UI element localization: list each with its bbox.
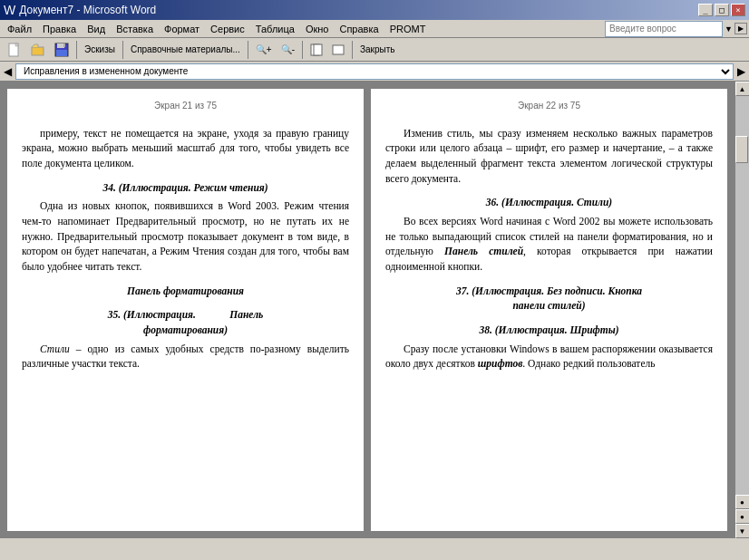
scrollbar[interactable]: ▲ ● ● ▼: [734, 82, 749, 538]
title-bar: W Документ7 - Microsoft Word _ □ ×: [0, 0, 749, 20]
page-1-content: примеру, текст не помещается на экране, …: [22, 126, 349, 521]
scroll-down-button[interactable]: ▼: [735, 524, 750, 538]
menu-table[interactable]: Таблица: [250, 22, 300, 36]
window-title: Документ7 - Microsoft Word: [19, 4, 156, 16]
svg-rect-4: [57, 43, 64, 48]
separator-5: [352, 41, 353, 59]
page1-para-1: примеру, текст не помещается на экране, …: [22, 126, 349, 171]
zoom-in-button[interactable]: 🔍+: [252, 43, 276, 56]
svg-rect-9: [333, 45, 344, 54]
menu-format[interactable]: Формат: [159, 22, 205, 36]
reference-button[interactable]: Справочные материалы...: [127, 43, 244, 56]
svg-rect-5: [63, 43, 65, 47]
page1-para-3: Стили – одно из самых удобных средств по…: [22, 342, 349, 372]
main-area: Экран 21 из 75 примеру, текст не помещае…: [0, 82, 749, 538]
menu-edit[interactable]: Правка: [37, 22, 82, 36]
page1-para-2: Одна из новых кнопок, появившихся в Word…: [22, 198, 349, 274]
minimize-button[interactable]: _: [698, 4, 713, 16]
page1-section-34: 34. (Иллюстрация. Режим чтения): [22, 180, 349, 196]
menu-bar: Файл Правка Вид Вставка Формат Сервис Та…: [0, 20, 749, 38]
page1-section-35: 35. (Иллюстрация. Панельформатирования): [22, 307, 349, 337]
page2-section-36: 36. (Иллюстрация. Стили): [385, 195, 713, 210]
svg-rect-6: [56, 50, 67, 56]
page-1-header: Экран 21 из 75: [22, 100, 349, 117]
save-button[interactable]: [51, 41, 73, 59]
help-go-button[interactable]: ▶: [734, 23, 747, 34]
page-btn-1[interactable]: [306, 42, 326, 58]
separator-3: [248, 41, 248, 59]
scroll-up-button[interactable]: ▲: [735, 82, 750, 96]
separator-4: [302, 41, 303, 59]
scroll-prev-page[interactable]: ●: [735, 495, 750, 509]
maximize-button[interactable]: □: [715, 4, 729, 16]
page-2-content: Изменив стиль, мы сразу изменяем несколь…: [385, 126, 713, 521]
menu-help[interactable]: Справка: [334, 22, 384, 36]
reference-label: Справочные материалы...: [131, 44, 240, 54]
page-left: Экран 21 из 75 примеру, текст не помещае…: [7, 89, 364, 531]
menu-insert[interactable]: Вставка: [111, 22, 159, 36]
help-input[interactable]: [605, 21, 723, 37]
separator-1: [76, 41, 77, 59]
pages-container[interactable]: Экран 21 из 75 примеру, текст не помещае…: [0, 82, 734, 538]
scroll-thumb[interactable]: [735, 136, 748, 163]
scroll-track[interactable]: [735, 96, 750, 495]
left-icon: ◀: [4, 65, 12, 78]
new-button[interactable]: [4, 41, 25, 59]
page2-section-38: 38. (Иллюстрация. Шрифты): [385, 323, 713, 338]
correction-toolbar: ◀ Исправления в измененном документе ▶: [0, 62, 749, 82]
help-search-box: ▼ ▶: [605, 21, 747, 37]
page-right: Экран 22 из 75 Изменив стиль, мы сразу и…: [371, 89, 727, 531]
svg-rect-2: [32, 47, 44, 55]
scroll-bottom-buttons: ● ● ▼: [735, 495, 750, 538]
close-button-toolbar[interactable]: Закрыть: [356, 43, 399, 56]
menu-file[interactable]: Файл: [2, 22, 37, 36]
help-arrow-icon[interactable]: ▼: [725, 24, 733, 34]
menu-view[interactable]: Вид: [82, 22, 111, 36]
open-button[interactable]: [27, 41, 49, 59]
page2-section-37: 37. (Иллюстрация. Без подписи. Кнопкапан…: [385, 284, 713, 314]
zoom-out-button[interactable]: 🔍-: [277, 43, 298, 56]
close-button[interactable]: ×: [731, 4, 745, 16]
page1-section-panel: Панель форматирования: [22, 284, 349, 299]
menu-window[interactable]: Окно: [300, 22, 335, 36]
page2-para-1: Изменив стиль, мы сразу изменяем несколь…: [385, 126, 713, 187]
correction-dropdown[interactable]: Исправления в измененном документе: [15, 63, 734, 80]
separator-2: [122, 41, 123, 59]
app-icon: W: [4, 3, 15, 17]
right-icon: ▶: [737, 65, 745, 78]
svg-rect-1: [15, 43, 18, 46]
thumbnails-button[interactable]: Эскизы: [81, 43, 119, 56]
page-btn-2[interactable]: [328, 42, 348, 58]
toolbar-main: Эскизы Справочные материалы... 🔍+ 🔍- Зак…: [0, 38, 749, 62]
page2-para-2: Во всех версиях Word начиная с Word 2002…: [385, 214, 713, 275]
menu-promt[interactable]: PROMT: [384, 22, 432, 36]
page-2-header: Экран 22 из 75: [385, 100, 713, 117]
svg-rect-8: [314, 44, 322, 55]
close-label: Закрыть: [360, 44, 395, 54]
page2-para-3: Сразу после установки Windows в вашем ра…: [385, 342, 713, 372]
window-controls[interactable]: _ □ ×: [698, 4, 745, 16]
menu-service[interactable]: Сервис: [205, 22, 250, 36]
scroll-next-page[interactable]: ●: [735, 509, 750, 524]
thumbnails-label: Эскизы: [84, 44, 115, 54]
